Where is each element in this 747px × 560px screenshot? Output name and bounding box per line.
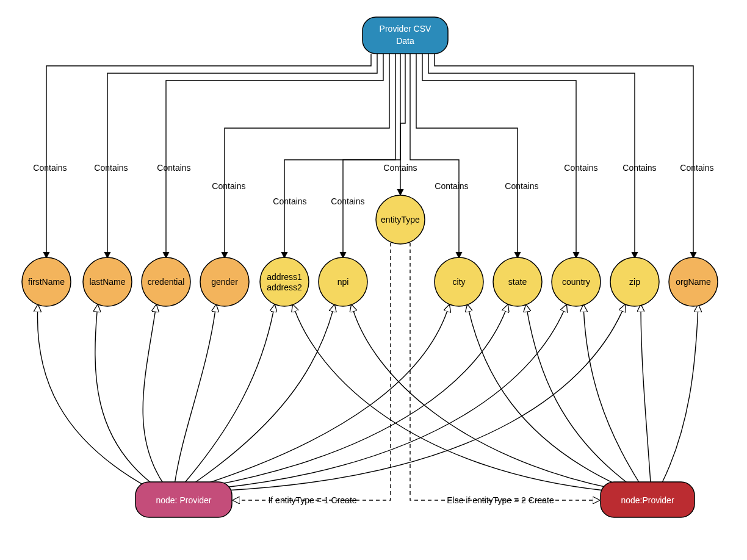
svg-text:zip: zip — [629, 277, 640, 287]
svg-rect-0 — [363, 17, 448, 54]
svg-text:gender: gender — [211, 277, 238, 287]
provider-left-node: node: Provider — [135, 482, 232, 517]
edge-label: Contains — [331, 196, 364, 206]
svg-text:entityType: entityType — [381, 215, 420, 224]
svg-point-9 — [260, 257, 309, 306]
svg-text:npi: npi — [337, 277, 349, 287]
field-zip: zip — [610, 257, 659, 306]
field-state: state — [493, 257, 542, 306]
edge-label: Contains — [273, 196, 306, 206]
svg-text:lastName: lastName — [89, 277, 125, 287]
field-nodes: firstName lastName credential gender add… — [22, 195, 718, 306]
cond2-label: Else if entityType = 2 Create — [447, 495, 554, 505]
edge-label: Contains — [622, 163, 656, 173]
svg-text:address1: address1 — [267, 272, 302, 282]
field-npi: npi — [319, 257, 367, 306]
root-label-2: Data — [396, 36, 414, 46]
field-gender: gender — [200, 257, 249, 306]
edge-label: Contains — [435, 181, 468, 191]
edge-label: Contains — [157, 163, 190, 173]
edge-label: Contains — [94, 163, 128, 173]
top-edges: Contains Contains Contains Contains Cont… — [33, 54, 713, 258]
field-address: address1 address2 — [260, 257, 309, 306]
edge-label: Contains — [383, 163, 417, 173]
field-firstName: firstName — [22, 257, 71, 306]
cond1-label: If entityType = 1 Create — [268, 495, 356, 505]
root-label-1: Provider CSV — [380, 24, 431, 34]
field-entityType: entityType — [376, 195, 425, 244]
edge-label: Contains — [680, 163, 713, 173]
provider-right-node: node:Provider — [601, 482, 695, 517]
root-node: Provider CSV Data — [363, 17, 448, 54]
provider-right-label: node:Provider — [621, 495, 674, 505]
svg-text:credential: credential — [148, 277, 185, 287]
field-city: city — [435, 257, 483, 306]
diagram-canvas: Provider CSV Data Contains Contains Cont… — [0, 0, 747, 560]
svg-text:city: city — [453, 277, 466, 287]
svg-text:country: country — [562, 277, 590, 287]
field-country: country — [552, 257, 601, 306]
svg-text:state: state — [508, 277, 527, 287]
edge-label: Contains — [33, 163, 67, 173]
bottom-edges — [37, 305, 698, 490]
svg-text:firstName: firstName — [28, 277, 65, 287]
svg-text:orgName: orgName — [676, 277, 711, 287]
field-credential: credential — [142, 257, 190, 306]
svg-text:address2: address2 — [267, 282, 302, 292]
edge-label: Contains — [212, 181, 245, 191]
field-orgName: orgName — [669, 257, 718, 306]
field-lastName: lastName — [83, 257, 132, 306]
provider-left-label: node: Provider — [156, 495, 211, 505]
edge-label: Contains — [564, 163, 597, 173]
edge-label: Contains — [505, 181, 538, 191]
